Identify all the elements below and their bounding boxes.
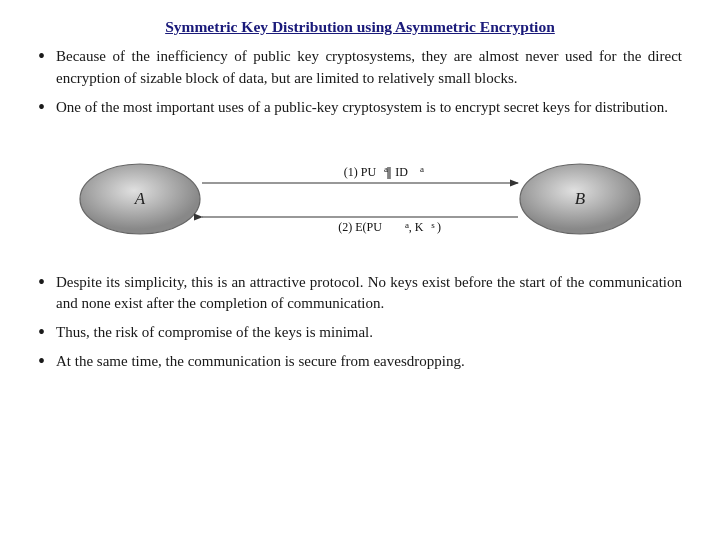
bullet-text-2: One of the most important uses of a publ… [56,97,682,119]
top-bullet-list: • Because of the inefficiency of public … [38,46,682,119]
bullet-item-1: • Because of the inefficiency of public … [38,46,682,90]
svg-text:‖ ID: ‖ ID [386,165,408,179]
bullet-item-2: • One of the most important uses of a pu… [38,97,682,119]
svg-text:A: A [134,189,146,208]
svg-text:): ) [437,220,441,234]
bullet-item-5: • At the same time, the communication is… [38,351,682,373]
page-title: Symmetric Key Distribution using Asymmet… [38,18,682,36]
bullet-text-4: Thus, the risk of compromise of the keys… [56,322,682,344]
page: Symmetric Key Distribution using Asymmet… [0,0,720,540]
bottom-bullet-list: • Despite its simplicity, this is an att… [38,272,682,374]
bullet-dot-3: • [38,270,56,294]
diagram-svg: A B (1) PU a ‖ ID a (2) E(PU a , K s ) [50,131,670,261]
diagram-area: A B (1) PU a ‖ ID a (2) E(PU a , K s ) [38,126,682,266]
bullet-dot-1: • [38,44,56,68]
bullet-dot-4: • [38,320,56,344]
bullet-text-1: Because of the inefficiency of public ke… [56,46,682,90]
bullet-item-3: • Despite its simplicity, this is an att… [38,272,682,316]
bullet-dot-5: • [38,349,56,373]
bullet-item-4: • Thus, the risk of compromise of the ke… [38,322,682,344]
bullet-text-3: Despite its simplicity, this is an attra… [56,272,682,316]
svg-text:(1) PU: (1) PU [344,165,377,179]
bullet-text-5: At the same time, the communication is s… [56,351,682,373]
svg-text:s: s [431,220,435,230]
svg-text:, K: , K [409,220,424,234]
svg-text:a: a [420,164,424,174]
svg-text:B: B [575,189,586,208]
svg-text:(2) E(PU: (2) E(PU [338,220,382,234]
bullet-dot-2: • [38,95,56,119]
